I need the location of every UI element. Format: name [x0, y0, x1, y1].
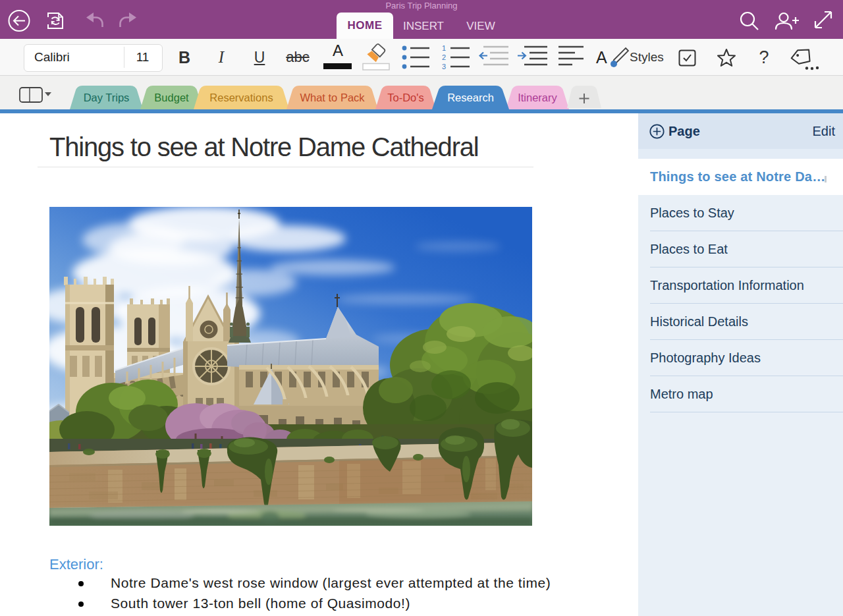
svg-text:3: 3: [442, 63, 446, 70]
svg-text:Reservations: Reservations: [209, 92, 273, 103]
svg-text:Research: Research: [447, 92, 494, 103]
svg-text:Budget: Budget: [154, 92, 189, 103]
svg-text:To-Do's: To-Do's: [387, 92, 423, 103]
svg-text:What to Pack: What to Pack: [300, 92, 365, 103]
svg-text:2: 2: [442, 53, 446, 61]
svg-text:1: 1: [442, 44, 446, 52]
svg-text:Itinerary: Itinerary: [518, 92, 557, 103]
svg-text:Day Trips: Day Trips: [84, 92, 130, 103]
